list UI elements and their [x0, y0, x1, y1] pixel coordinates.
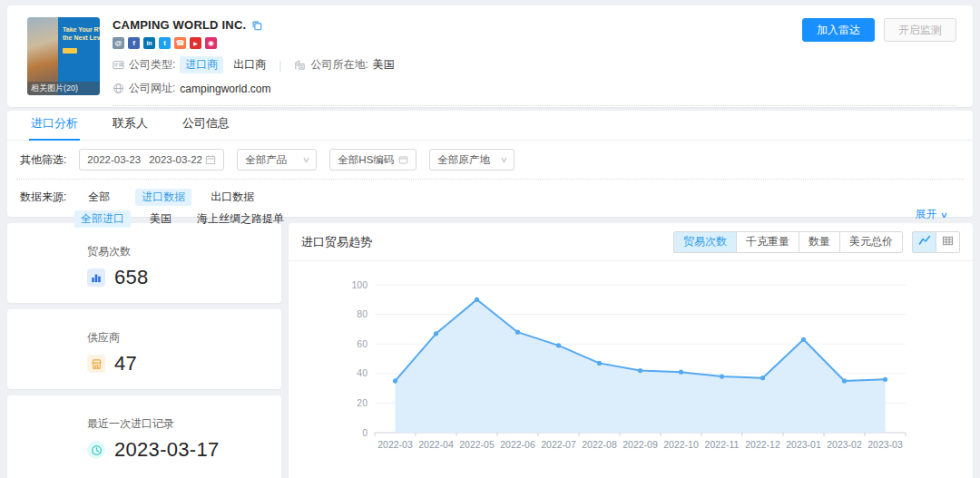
- source-option-export[interactable]: 出口数据: [211, 190, 254, 205]
- youtube-icon[interactable]: ▶: [190, 37, 201, 49]
- svg-text:2022-09: 2022-09: [622, 439, 658, 450]
- chart-header: 进口贸易趋势 贸易次数 千克重量 数量 美元总价: [289, 223, 973, 261]
- table-icon: [942, 235, 954, 249]
- page: Take Your RV to the Next Level 相关图片(20) …: [0, 0, 980, 478]
- stat-label: 贸易次数: [87, 244, 281, 259]
- product-select-value: 全部产品: [245, 153, 287, 167]
- data-source-label: 数据来源:: [20, 190, 66, 205]
- hs-code-select[interactable]: 全部HS编码: [329, 149, 416, 171]
- svg-text:2022-11: 2022-11: [705, 439, 740, 450]
- company-header-card: Take Your RV to the Next Level 相关图片(20) …: [7, 5, 973, 107]
- chart-body: 0204060801002022-032022-042022-052022-06…: [289, 261, 973, 459]
- svg-text:60: 60: [357, 338, 368, 349]
- instagram-icon[interactable]: ◉: [205, 37, 217, 49]
- svg-text:2023-01: 2023-01: [786, 439, 821, 450]
- stat-card-trade-count: 贸易次数 658: [7, 223, 281, 303]
- clock-icon: [87, 441, 105, 459]
- source-suboption-usa[interactable]: 美国: [150, 211, 172, 227]
- company-name: CAMPING WORLD INC.: [113, 18, 246, 32]
- svg-text:2022-05: 2022-05: [459, 439, 495, 450]
- header-actions: 加入雷达 开启监测: [802, 18, 956, 42]
- bar-chart-icon: [87, 268, 105, 287]
- monitor-button[interactable]: 开启监测: [884, 18, 956, 42]
- store-icon: [87, 355, 105, 373]
- filter-row: 其他筛选: 2022-03-23 2023-03-22 全部产品 ∨ 全部HS编…: [7, 141, 973, 171]
- company-type-label: 公司类型:: [129, 57, 175, 73]
- svg-text:2022-06: 2022-06: [500, 439, 535, 450]
- view-toggle-group: [912, 231, 960, 253]
- import-trend-chart: 0204060801002022-032022-042022-052022-06…: [295, 270, 966, 456]
- calendar-icon: [205, 154, 216, 165]
- company-image[interactable]: Take Your RV to the Next Level 相关图片(20): [27, 17, 100, 95]
- svg-text:100: 100: [351, 279, 368, 290]
- svg-text:20: 20: [357, 397, 368, 408]
- other-filters-label: 其他筛选:: [20, 152, 66, 168]
- source-suboption-all-import[interactable]: 全部进口: [74, 210, 131, 228]
- tab-contacts[interactable]: 联系人: [113, 115, 148, 140]
- metric-usd-total-button[interactable]: 美元总价: [839, 231, 903, 253]
- metric-trade-count-button[interactable]: 贸易次数: [673, 231, 737, 253]
- source-option-import[interactable]: 进口数据: [135, 189, 191, 206]
- facebook-icon[interactable]: f: [128, 37, 140, 49]
- tab-company-info[interactable]: 公司信息: [182, 115, 230, 140]
- svg-text:2022-07: 2022-07: [541, 439, 576, 450]
- dotted-separator: [113, 105, 956, 106]
- chevron-down-icon: ∨: [499, 155, 507, 164]
- twitter-icon[interactable]: t: [159, 37, 171, 49]
- svg-text:40: 40: [357, 367, 368, 378]
- date-range-picker[interactable]: 2022-03-23 2023-03-22: [79, 149, 224, 171]
- panel-icon: [398, 155, 408, 165]
- chevron-down-icon: ∨: [301, 155, 309, 164]
- banner-text: the Next Level: [63, 34, 97, 42]
- location-icon: [294, 59, 306, 71]
- svg-text:2023-03: 2023-03: [867, 439, 903, 450]
- chart-controls: 贸易次数 千克重量 数量 美元总价: [673, 231, 960, 253]
- svg-text:2023-02: 2023-02: [827, 439, 862, 450]
- phone-icon[interactable]: ☎: [174, 37, 186, 49]
- content-row: 贸易次数 658 供应商 47 最近一次进口记录: [7, 223, 973, 478]
- stat-value: 658: [114, 266, 149, 289]
- metric-kg-weight-button[interactable]: 千克重量: [736, 231, 799, 253]
- date-start: 2022-03-23: [87, 154, 141, 165]
- add-radar-button[interactable]: 加入雷达: [802, 18, 875, 42]
- company-type-icon: [113, 59, 124, 71]
- linkedin-icon[interactable]: in: [143, 37, 155, 49]
- tab-bar: 进口分析 联系人 公司信息: [7, 111, 973, 141]
- website-at-icon[interactable]: @: [113, 37, 124, 49]
- website-label: 公司网址:: [129, 81, 175, 96]
- date-end: 2023-03-22: [149, 154, 202, 165]
- related-images-label[interactable]: 相关图片(20): [27, 82, 100, 95]
- metric-quantity-button[interactable]: 数量: [799, 231, 840, 253]
- line-chart-icon: [918, 234, 931, 249]
- source-suboption-silk-road[interactable]: 海上丝绸之路提单: [197, 211, 284, 227]
- banner-text: Take Your RV to: [63, 25, 97, 34]
- import-trend-card: 进口贸易趋势 贸易次数 千克重量 数量 美元总价: [289, 223, 973, 478]
- stat-value: 2023-03-17: [114, 438, 220, 462]
- line-chart-view-button[interactable]: [912, 231, 936, 253]
- svg-text:2022-10: 2022-10: [663, 439, 699, 450]
- stats-column: 贸易次数 658 供应商 47 最近一次进口记录: [7, 223, 281, 478]
- exporter-tag[interactable]: 出口商: [233, 57, 266, 73]
- table-view-button[interactable]: [936, 231, 960, 253]
- analysis-panel-card: 进口分析 联系人 公司信息 其他筛选: 2022-03-23 2023-03-2…: [7, 111, 973, 217]
- hs-code-select-value: 全部HS编码: [338, 153, 394, 167]
- origin-select[interactable]: 全部原产地 ∨: [429, 149, 514, 171]
- divider: |: [279, 59, 281, 72]
- importer-tag[interactable]: 进口商: [180, 56, 223, 73]
- expand-link[interactable]: 展开 ∨: [915, 207, 947, 222]
- location-value: 美国: [373, 57, 395, 73]
- chevron-down-icon: ∨: [940, 210, 948, 219]
- copy-icon[interactable]: [251, 20, 262, 31]
- stat-card-last-import: 最近一次进口记录 2023-03-17: [7, 395, 281, 478]
- tab-import-analysis[interactable]: 进口分析: [31, 115, 78, 140]
- website-value[interactable]: campingworld.com: [180, 83, 270, 95]
- product-select[interactable]: 全部产品 ∨: [237, 149, 317, 171]
- chart-title: 进口贸易趋势: [301, 234, 372, 250]
- stat-card-suppliers: 供应商 47: [7, 309, 281, 389]
- svg-text:2022-04: 2022-04: [418, 439, 454, 450]
- stat-value: 47: [114, 352, 137, 376]
- data-source-block: 数据来源: 全部 进口数据 出口数据 全部进口 美国 海上丝绸之路提单 展开 ∨: [7, 180, 973, 229]
- origin-select-value: 全部原产地: [437, 153, 490, 167]
- svg-text:2022-12: 2022-12: [745, 439, 780, 450]
- source-option-all[interactable]: 全部: [88, 190, 110, 205]
